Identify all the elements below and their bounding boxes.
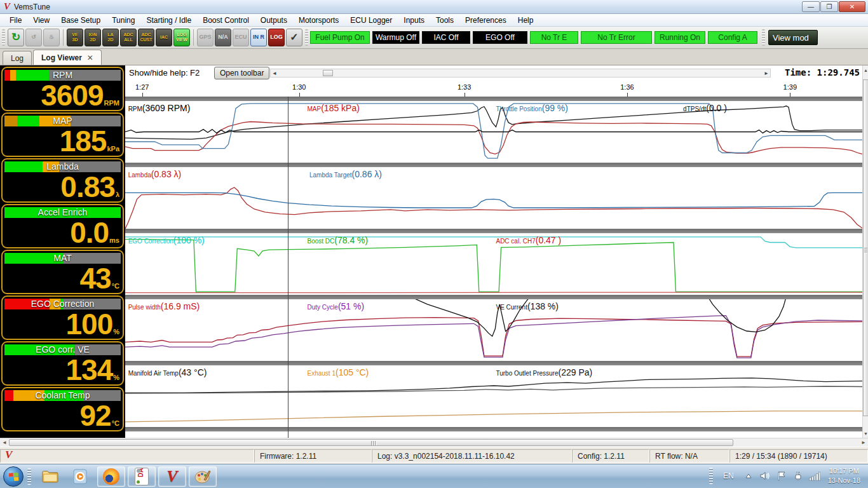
gauge-number: 100 [65, 310, 112, 339]
series-current-value: (16.9 mS) [161, 301, 200, 311]
hidden-icons-icon[interactable] [742, 470, 756, 482]
menu-item-ecu-logger[interactable]: ECU Logger [344, 15, 398, 26]
tab-close-icon[interactable]: ✕ [87, 53, 93, 62]
status-button-ego-off[interactable]: EGO Off [473, 31, 527, 44]
status-button-config-a[interactable]: Config A [708, 31, 757, 44]
ve-3d-table-icon[interactable]: VE3D [67, 29, 83, 46]
series-name: ADC cal. CH7 [496, 238, 535, 245]
scroll-right-arrow-icon[interactable]: ► [859, 438, 868, 447]
power-plug-icon[interactable] [791, 470, 805, 482]
series-line-pulse-width [125, 318, 862, 357]
menu-item-inputs[interactable]: Inputs [398, 15, 430, 26]
gps-icon[interactable]: GPS [197, 29, 214, 46]
network-signal-icon[interactable] [808, 470, 822, 482]
status-button-warmup-off[interactable]: Warmup Off [372, 31, 419, 44]
tab-log-viewer[interactable]: Log Viewer✕ [33, 50, 102, 65]
menu-item-boost-control[interactable]: Boost Control [197, 15, 255, 26]
gauge-map[interactable]: MAP185kPa [1, 112, 124, 157]
taskbar-app-paint[interactable] [189, 466, 217, 487]
system-tray: EN 10:17 PM 13-Nov-18 [705, 464, 868, 488]
adc-cust-table-icon[interactable]: ADCCUST [138, 29, 154, 46]
menu-item-base-setup[interactable]: Base Setup [55, 15, 106, 26]
gauge-accel-enrich[interactable]: Accel Enrich0.0ms [1, 204, 124, 248]
validate-icon[interactable]: ✓ [286, 29, 302, 46]
taskbar-app-firefox[interactable] [97, 466, 125, 487]
upload-icon[interactable]: ↺ [25, 29, 42, 46]
track-separator [125, 163, 862, 167]
log-file-icon[interactable]: LOG [268, 29, 285, 46]
scroll-up-icon[interactable]: ▲ [863, 65, 868, 74]
iac-table-icon[interactable]: IAC [156, 29, 172, 46]
log-track-3[interactable]: EGO Correction(100 %)Boost DC(78.4 %)ADC… [125, 233, 862, 295]
scroll-right-icon[interactable]: ► [763, 69, 770, 77]
status-button-iac-off[interactable]: IAC Off [422, 31, 470, 44]
horizontal-scrollbar[interactable]: ◄ ► [0, 438, 868, 447]
start-button[interactable] [3, 466, 24, 487]
horizontal-scroll-thumb[interactable] [9, 439, 733, 446]
series-line-duty-cycle [125, 316, 862, 358]
gauge-coolant-temp[interactable]: Coolant Temp92°C [1, 387, 124, 431]
status-button-running-on[interactable]: Running On [654, 31, 705, 44]
menu-item-starting-idle[interactable]: Starting / Idle [140, 15, 197, 26]
ign-2d-table-icon[interactable]: IGN2D [85, 29, 101, 46]
log-track-4[interactable]: Pulse width(16.9 mS)Duty Cycle(51 %)VE C… [125, 299, 862, 361]
adc-all-table-icon[interactable]: ADCALL [120, 29, 137, 46]
log-track-1[interactable]: RPM(3609 RPM)MAP(185 kPa)Throttle Positi… [125, 101, 862, 163]
series-name: Duty Cycle [308, 304, 338, 311]
na-icon[interactable]: N/A [215, 29, 231, 46]
time-cursor-line[interactable] [288, 97, 288, 438]
log-track-5[interactable]: Manifold Air Temp(43 °C)Exhaust 1(105 °C… [125, 365, 862, 427]
vertical-scroll-thumb[interactable] [863, 79, 868, 416]
series-label-boost-dc: Boost DC(78.4 %) [308, 234, 369, 246]
status-button-no-tr-error[interactable]: No Tr Error [581, 31, 652, 44]
view-mode-button[interactable]: View mod [768, 30, 818, 45]
scroll-down-icon[interactable]: ▼ [863, 429, 868, 438]
menu-item-outputs[interactable]: Outputs [255, 15, 293, 26]
minimize-button[interactable]: — [802, 1, 820, 12]
taskbar-app-vemstune[interactable]: V [158, 466, 186, 487]
status-button-fuel-pump-on[interactable]: Fuel Pump On [310, 31, 370, 44]
taskbar-app-media-player[interactable] [67, 466, 95, 487]
menu-item-view[interactable]: View [27, 15, 55, 26]
gauge-ego-corr-ve[interactable]: EGO corr. VE134% [1, 341, 124, 386]
menu-item-tuning[interactable]: Tuning [106, 15, 140, 26]
gauge-mat[interactable]: MAT43°C [1, 250, 124, 294]
status-button-no-tr-e[interactable]: No Tr E [530, 31, 578, 44]
tab-log[interactable]: Log [3, 51, 32, 65]
chart-pan-scrollbar[interactable]: ◄ ► [270, 69, 771, 78]
in-r-icon[interactable]: IN R [250, 29, 267, 46]
series-line-dtps-dt [125, 130, 862, 133]
daq-icon: DAQ [135, 468, 149, 485]
language-indicator[interactable]: EN [723, 471, 734, 480]
menu-item-preferences[interactable]: Preferences [459, 15, 512, 26]
flag-icon[interactable] [775, 470, 789, 482]
menu-item-help[interactable]: Help [512, 15, 539, 26]
taskbar-app-explorer[interactable] [36, 466, 64, 487]
vertical-scrollbar[interactable]: ▲ ▼ [862, 65, 868, 438]
gauge-value: 43°C [79, 264, 119, 293]
ecu-icon[interactable]: ECU [233, 29, 249, 46]
log-view-icon[interactable]: LOGVIEW [173, 29, 190, 46]
menu-item-tools[interactable]: Tools [430, 15, 459, 26]
tab-bar: LogLog Viewer✕ [0, 49, 868, 65]
gauge-lambda[interactable]: Lambda0.83λ [1, 158, 124, 203]
close-button[interactable]: ✕ [839, 1, 865, 12]
scroll-left-arrow-icon[interactable]: ◄ [0, 438, 9, 447]
menu-item-motorsports[interactable]: Motorsports [293, 15, 344, 26]
taskbar-app-daq[interactable]: DAQ [128, 466, 156, 487]
axis-tick-label: 1:36 [620, 83, 634, 91]
gauge-ego-correction[interactable]: EGO Correction100% [1, 295, 124, 340]
chart-pan-thumb[interactable] [323, 70, 333, 76]
taskbar-clock[interactable]: 10:17 PM 13-Nov-18 [828, 466, 860, 485]
scroll-left-icon[interactable]: ◄ [271, 69, 278, 77]
maximize-button[interactable]: ❐ [820, 1, 838, 12]
open-toolbar-button[interactable]: Open toolbar [214, 67, 269, 79]
burn-icon[interactable]: ♨ [43, 29, 60, 46]
la-2d-table-icon[interactable]: LA2D [102, 29, 119, 46]
sync-ecu-icon[interactable]: ↻ [8, 29, 24, 46]
log-track-2[interactable]: Lambda(0.83 λ)Lambda Target(0.86 λ) [125, 167, 862, 229]
menu-item-file[interactable]: File [4, 15, 27, 26]
gauge-rpm[interactable]: RPM3609RPM [1, 67, 124, 111]
speaker-icon[interactable] [758, 470, 772, 482]
series-label-lambda: Lambda(0.83 λ) [128, 168, 182, 180]
